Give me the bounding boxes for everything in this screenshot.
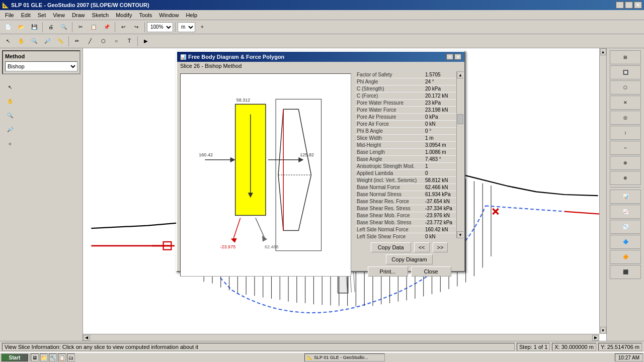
toolbar-save[interactable]: 💾 [28, 22, 40, 33]
svg-line-68 [256, 218, 265, 238]
taskbar-icon-5[interactable]: 🗂 [67, 353, 75, 361]
tool-select[interactable]: ↖ [2, 36, 14, 47]
svg-line-65 [233, 218, 240, 240]
data-scroll-down[interactable]: ▼ [457, 231, 463, 238]
left-tool-1[interactable]: ↖ [2, 80, 18, 94]
unit-combo[interactable]: m ft [178, 22, 195, 32]
data-row-value: 1.0086 m [424, 149, 456, 156]
table-row: Phi Angle24 ° [355, 78, 456, 85]
data-row-label: C (Force) [355, 93, 424, 100]
tool-draw[interactable]: ✏ [71, 36, 83, 47]
close-dialog-btn[interactable]: Close [411, 266, 451, 277]
dialog-help-btn[interactable]: ? [446, 54, 453, 60]
taskbar-icon-1[interactable]: 🖥 [31, 353, 39, 361]
copy-diagram-btn[interactable]: Copy Diagram [386, 254, 432, 264]
dialog-close-btn[interactable]: ✕ [454, 54, 461, 60]
table-row: Base Shear Res. Force-37.654 kN [355, 198, 456, 205]
copy-data-btn[interactable]: Copy Data [371, 242, 411, 252]
svg-marker-60 [230, 157, 235, 162]
menu-view[interactable]: View [50, 11, 68, 19]
start-button[interactable]: Start [1, 353, 28, 361]
next-slice-btn[interactable]: >> [433, 242, 448, 252]
taskbar-icon-2[interactable]: 📁 [40, 353, 48, 361]
right-btn-9[interactable]: ⊗ [610, 171, 641, 185]
right-btn-7[interactable]: ↔ [610, 141, 641, 155]
scrollbar-h[interactable]: ◀ ▶ [83, 334, 599, 341]
left-tool-4[interactable]: 🔎 [2, 123, 18, 136]
scroll-down-btn[interactable]: ▼ [600, 327, 606, 334]
right-btn-14[interactable]: 🔶 [610, 250, 641, 264]
toolbar-paste[interactable]: 📌 [101, 22, 113, 33]
menu-tools[interactable]: Tools [136, 11, 155, 19]
toolbar-redo[interactable]: ↪ [130, 22, 142, 33]
left-tool-3[interactable]: 🔍 [2, 109, 18, 122]
taskbar-app-btn[interactable]: 📐 SLP 01 GLE - GeoStudio... [304, 353, 385, 361]
table-row: Mid-Height3.0954 m [355, 142, 456, 149]
tool-polygon[interactable]: ⬡ [97, 36, 109, 47]
menu-file[interactable]: File [2, 11, 17, 19]
scroll-up-btn[interactable]: ▲ [600, 48, 606, 55]
right-btn-6[interactable]: ↕ [610, 126, 641, 140]
data-scroll[interactable]: Factor of Safety1.5705Phi Angle24 °C (St… [355, 71, 463, 238]
tool-pan[interactable]: ✋ [15, 36, 27, 47]
print-btn[interactable]: Print... [368, 266, 408, 277]
menu-set[interactable]: Set [35, 11, 49, 19]
menu-help[interactable]: Help [183, 11, 200, 19]
tool-analyze[interactable]: ▶ [140, 36, 152, 47]
tool-zoom-out[interactable]: 🔎 [41, 36, 53, 47]
prev-slice-btn[interactable]: << [414, 242, 430, 252]
toolbar-cut[interactable]: ✂ [74, 22, 87, 33]
tool-text[interactable]: T [123, 36, 135, 47]
menu-draw[interactable]: Draw [69, 11, 88, 19]
menu-modify[interactable]: Modify [113, 11, 135, 19]
right-btn-3[interactable]: ⬡ [610, 80, 641, 95]
canvas-area[interactable]: 160.42 ◀ ▶ ▲ ▼ [83, 48, 606, 341]
taskbar-icon-3[interactable]: 🔧 [49, 353, 57, 361]
right-btn-13[interactable]: 🔷 [610, 235, 641, 249]
data-row-value: 1.5705 [424, 71, 456, 78]
toolbar-undo[interactable]: ↩ [117, 22, 129, 33]
method-label: Method [5, 53, 77, 59]
right-btn-15[interactable]: ⬛ [610, 265, 641, 279]
toolbar-copy[interactable]: 📋 [88, 22, 100, 33]
menu-sketch[interactable]: Sketch [89, 11, 112, 19]
scroll-left-btn[interactable]: ◀ [83, 335, 90, 341]
right-btn-1[interactable]: ⊞ [610, 50, 641, 64]
toolbar-print[interactable]: 🖨 [45, 22, 57, 33]
scroll-right-btn[interactable]: ▶ [592, 335, 599, 341]
toolbar-print-preview[interactable]: 🔍 [58, 22, 70, 33]
tool-circle[interactable]: ○ [110, 36, 122, 47]
toolbar-open[interactable]: 📂 [15, 22, 27, 33]
method-select[interactable]: Bishop Morgenstern-Price Spencer Ordinar… [5, 61, 77, 71]
tool-line[interactable]: ╱ [84, 36, 96, 47]
left-tool-5[interactable]: ⟐ [2, 137, 18, 150]
menu-edit[interactable]: Edit [18, 11, 34, 19]
tool-measure[interactable]: 📏 [54, 36, 66, 47]
data-row-value: 23.198 kN [424, 107, 456, 114]
menu-window[interactable]: Window [156, 11, 182, 19]
taskbar-icon-4[interactable]: 📋 [58, 353, 66, 361]
maximize-btn[interactable]: □ [625, 2, 633, 9]
data-scrollbar[interactable]: ▲ ▼ [456, 71, 463, 238]
table-row: Pore Water Force23.198 kN [355, 107, 456, 114]
right-btn-10[interactable]: 📊 [610, 190, 641, 204]
data-scroll-up[interactable]: ▲ [457, 71, 463, 78]
left-tool-2[interactable]: ✋ [2, 95, 18, 108]
data-row-label: Phi Angle [355, 78, 424, 85]
tool-zoom-in[interactable]: 🔍 [28, 36, 40, 47]
minimize-btn[interactable]: _ [616, 2, 624, 9]
close-btn[interactable]: ✕ [634, 2, 642, 9]
right-btn-12[interactable]: 📉 [610, 220, 641, 234]
data-scroll-thumb[interactable] [457, 114, 463, 124]
right-btn-4[interactable]: ✕ [610, 96, 641, 110]
right-btn-5[interactable]: ◎ [610, 111, 641, 125]
toolbar-new[interactable]: 📄 [2, 22, 14, 33]
right-btn-2[interactable]: 🔲 [610, 65, 641, 79]
right-btn-11[interactable]: 📈 [610, 205, 641, 219]
toolbar-plus[interactable]: + [196, 22, 208, 33]
zoom-combo[interactable]: 100% 75% 50% [147, 22, 173, 32]
svg-text:-23.975: -23.975 [220, 244, 236, 249]
scrollbar-v[interactable]: ▲ ▼ [599, 48, 606, 334]
data-panel: Factor of Safety1.5705Phi Angle24 °C (St… [354, 70, 464, 280]
right-btn-8[interactable]: ⊕ [610, 156, 641, 170]
